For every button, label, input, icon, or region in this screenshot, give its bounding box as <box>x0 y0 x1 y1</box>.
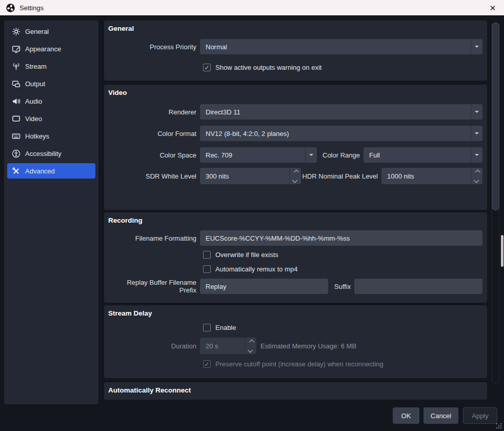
sidebar-item-label: Accessibility <box>25 150 62 158</box>
settings-sidebar: General Appearance Stream Output <box>4 21 98 404</box>
suffix-label: Suffix <box>334 283 351 290</box>
sidebar-item-label: Hotkeys <box>25 132 49 140</box>
preserve-cutoff-checkbox: ✓ Preserve cutoff point (increase delay)… <box>203 360 384 368</box>
replay-prefix-label: Replay Buffer Filename Prefix <box>108 279 196 294</box>
section-general: General Process Priority Normal ✓ Show a… <box>104 21 487 81</box>
duration-spinbox: 20 s <box>200 338 256 354</box>
sidebar-item-hotkeys[interactable]: Hotkeys <box>7 128 95 144</box>
chevron-down-icon <box>292 178 297 183</box>
spin-down-button <box>245 346 256 354</box>
spin-up-button[interactable] <box>471 168 482 176</box>
color-range-select[interactable]: Full <box>364 147 482 163</box>
renderer-select[interactable]: Direct3D 11 <box>200 104 482 120</box>
show-warning-checkbox[interactable]: ✓ Show active outputs warning on exit <box>203 64 321 71</box>
antenna-icon <box>12 62 21 71</box>
spin-buttons <box>471 168 482 184</box>
tools-icon <box>12 167 21 175</box>
window-edge-scrollbar-thumb[interactable] <box>501 235 503 267</box>
sidebar-item-appearance[interactable]: Appearance <box>7 41 95 56</box>
color-space-select[interactable]: Rec. 709 <box>200 147 317 163</box>
chevron-down-icon <box>471 104 482 120</box>
checkbox-check-icon: ✓ <box>203 64 211 71</box>
sidebar-item-label: Advanced <box>25 167 55 175</box>
window-title: Settings <box>19 4 44 12</box>
obs-logo-icon <box>6 4 15 12</box>
enable-label: Enable <box>215 324 236 331</box>
chevron-up-icon <box>249 339 254 344</box>
section-title: Recording <box>108 217 143 224</box>
cancel-button[interactable]: Cancel <box>424 407 458 424</box>
chevron-down-icon <box>474 178 479 183</box>
sidebar-item-label: Stream <box>25 63 47 70</box>
filename-formatting-label: Filename Formatting <box>108 234 196 242</box>
color-range-value: Full <box>364 151 471 159</box>
sidebar-item-general[interactable]: General <box>7 24 95 39</box>
sidebar-item-stream[interactable]: Stream <box>7 58 95 74</box>
spin-buttons <box>245 338 256 354</box>
section-stream-delay: Stream Delay Enable Duration 20 s Estima… <box>104 305 487 378</box>
hdr-peak-value: 1000 nits <box>381 168 471 184</box>
section-video: Video Renderer Direct3D 11 Color Format … <box>104 85 487 210</box>
remux-checkbox[interactable]: Automatically remux to mp4 <box>203 265 297 273</box>
apply-button: Apply <box>463 407 497 424</box>
spin-up-button[interactable] <box>290 168 301 176</box>
chevron-down-icon <box>248 347 253 352</box>
spin-down-button[interactable] <box>290 176 301 184</box>
gear-icon <box>12 27 21 36</box>
titlebar: Settings ✕ <box>0 0 504 16</box>
color-space-label: Color Space <box>108 151 196 159</box>
color-format-value: NV12 (8-bit, 4:2:0, 2 planes) <box>200 130 471 138</box>
ok-button[interactable]: OK <box>393 407 419 424</box>
duration-value: 20 s <box>200 338 245 354</box>
sidebar-item-video[interactable]: Video <box>7 111 95 126</box>
estimated-memory-usage: Estimated Memory Usage: 6 MB <box>260 342 356 350</box>
scrollbar-thumb[interactable] <box>492 23 499 210</box>
chevron-down-icon <box>471 126 482 141</box>
sidebar-item-label: General <box>25 28 49 35</box>
overwrite-checkbox[interactable]: Overwrite if file exists <box>203 251 278 259</box>
section-recording: Recording Filename Formatting EUCScore-%… <box>104 212 487 303</box>
remux-label: Automatically remux to mp4 <box>215 265 297 273</box>
hdr-peak-spinbox[interactable]: 1000 nits <box>381 168 482 184</box>
spin-down-button[interactable] <box>471 176 482 184</box>
section-auto-reconnect: Automatically Reconnect <box>104 382 487 400</box>
stream-delay-enable-checkbox[interactable]: Enable <box>203 324 236 331</box>
close-button[interactable]: ✕ <box>481 0 504 16</box>
section-title: Automatically Reconnect <box>108 386 191 394</box>
resize-grip[interactable] <box>496 423 502 429</box>
checkbox-check-icon <box>203 251 211 259</box>
spin-up-button <box>245 338 256 346</box>
color-space-value: Rec. 709 <box>200 151 305 159</box>
sidebar-item-label: Output <box>25 80 45 88</box>
replay-prefix-input[interactable]: Replay <box>200 279 328 294</box>
sidebar-item-output[interactable]: Output <box>7 76 95 91</box>
settings-window: Settings ✕ General Appearance Stream <box>0 0 504 431</box>
sidebar-item-label: Appearance <box>25 45 61 53</box>
keyboard-icon <box>12 132 21 141</box>
sidebar-item-audio[interactable]: Audio <box>7 93 95 109</box>
duration-label: Duration <box>108 342 196 350</box>
sidebar-item-label: Audio <box>25 97 42 105</box>
sdr-white-level-spinbox[interactable]: 300 nits <box>200 168 301 184</box>
spin-buttons <box>289 168 301 184</box>
overwrite-label: Overwrite if file exists <box>215 251 278 259</box>
color-format-select[interactable]: NV12 (8-bit, 4:2:0, 2 planes) <box>200 126 482 141</box>
checkbox-check-icon: ✓ <box>203 360 211 368</box>
renderer-value: Direct3D 11 <box>200 108 471 116</box>
suffix-input[interactable] <box>354 279 482 294</box>
sidebar-item-accessibility[interactable]: Accessibility <box>7 146 95 161</box>
process-priority-value: Normal <box>200 43 471 51</box>
screens-icon <box>12 80 21 88</box>
process-priority-select[interactable]: Normal <box>200 39 482 54</box>
filename-formatting-input[interactable]: EUCScore-%CCYY-%MM-%DD-%hh-%mm-%ss <box>200 230 482 246</box>
sdr-white-level-label: SDR White Level <box>108 172 196 180</box>
hdr-peak-label: HDR Nominal Peak Level <box>303 172 378 180</box>
checkbox-check-icon <box>203 265 211 273</box>
chevron-up-icon <box>293 169 298 174</box>
show-warning-label: Show active outputs warning on exit <box>215 64 321 71</box>
color-format-label: Color Format <box>108 130 196 138</box>
sidebar-item-advanced[interactable]: Advanced <box>7 163 95 179</box>
preserve-cutoff-label: Preserve cutoff point (increase delay) w… <box>215 360 384 368</box>
speaker-icon <box>12 97 21 106</box>
chevron-up-icon <box>475 169 480 174</box>
